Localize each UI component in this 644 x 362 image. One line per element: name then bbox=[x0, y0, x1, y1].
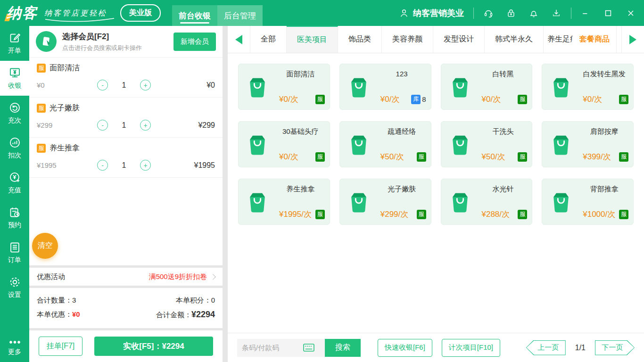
service-badge: 服 bbox=[619, 152, 628, 162]
qty-plus-button[interactable]: + bbox=[140, 160, 151, 171]
product-card[interactable]: 白转黑 ¥0/次 服 bbox=[441, 64, 533, 110]
product-card[interactable]: 白发转生黑发 ¥0/次 服 bbox=[542, 64, 634, 110]
headset-icon[interactable] bbox=[483, 8, 494, 18]
product-card[interactable]: 面部清洁 ¥0/次 服 bbox=[238, 64, 330, 110]
divider bbox=[571, 8, 571, 19]
category-bar: 全部 医美项目 饰品类 美容养颜 发型设计 韩式半永久 养生足疗 套餐商品 bbox=[228, 26, 644, 53]
cart-item-name: 光子嫩肤 bbox=[50, 103, 80, 113]
maximize-icon[interactable] bbox=[603, 8, 613, 18]
shopping-bag-icon bbox=[239, 64, 276, 109]
category-scroll-right-button[interactable] bbox=[621, 26, 644, 53]
quick-cashier-button[interactable]: 快速收银[F6] bbox=[378, 339, 432, 357]
next-page-button[interactable]: 下一页 bbox=[595, 340, 635, 355]
page-indicator: 1/1 bbox=[575, 344, 586, 352]
bell-icon[interactable] bbox=[528, 8, 539, 18]
user-name: 纳客营销美业 bbox=[413, 8, 464, 19]
product-card[interactable]: 水光针 ¥288/次 服 bbox=[441, 179, 533, 225]
member-card-icon[interactable] bbox=[36, 31, 57, 52]
minimize-icon[interactable] bbox=[581, 8, 590, 18]
qty-plus-button[interactable]: + bbox=[140, 120, 151, 131]
sidebar-item-label: 预约 bbox=[8, 221, 21, 230]
select-member-button[interactable]: 选择会员[F2] 点击进行会员搜索或刷卡操作 bbox=[62, 31, 142, 52]
charge-button[interactable]: 实收[F5]：¥2294 bbox=[94, 337, 213, 356]
product-card[interactable]: 肩部按摩 ¥399/次 服 bbox=[542, 121, 634, 167]
arrow-right-icon bbox=[629, 35, 636, 44]
cart-item-total: ¥299 bbox=[198, 121, 215, 130]
product-card[interactable]: 123 ¥0/次 库 8 bbox=[339, 64, 431, 110]
qty-minus-button[interactable]: - bbox=[97, 160, 108, 171]
order-total: 合计金额：¥2294 bbox=[156, 307, 215, 322]
cart-items-list: 服 面部清洁 ¥0 - 1 + ¥0 服 光子嫩肤 ¥299 - 1 + ¥29… bbox=[29, 58, 223, 265]
download-icon[interactable] bbox=[551, 8, 561, 18]
tab-front-cashier[interactable]: 前台收银 bbox=[172, 5, 217, 26]
category-tab-hair-design[interactable]: 发型设计 bbox=[433, 26, 485, 53]
hold-order-button[interactable]: 挂单[F7] bbox=[39, 337, 83, 356]
tab-back-manage[interactable]: 后台管理 bbox=[217, 5, 263, 26]
clear-cart-button[interactable]: 清空 bbox=[32, 233, 58, 259]
service-badge: 服 bbox=[37, 144, 46, 153]
stock-badge: 库 bbox=[411, 95, 421, 104]
category-tab-foot-care[interactable]: 养生足疗 bbox=[544, 26, 573, 53]
product-name: 白发转生黑发 bbox=[580, 70, 628, 79]
close-icon[interactable] bbox=[626, 8, 636, 18]
keyboard-icon[interactable] bbox=[303, 344, 314, 352]
user-account[interactable]: 纳客营销美业 bbox=[399, 8, 464, 19]
select-member-subtitle: 点击进行会员搜索或刷卡操作 bbox=[62, 44, 142, 52]
cart-panel: 选择会员[F2] 点击进行会员搜索或刷卡操作 新增会员 服 面部清洁 ¥0 - … bbox=[29, 26, 223, 362]
sidebar-item-recharge-money[interactable]: 充值 bbox=[0, 165, 29, 200]
shopping-bag-icon bbox=[542, 179, 580, 224]
product-card[interactable]: 30基础头疗 ¥0/次 服 bbox=[238, 121, 330, 167]
product-card[interactable]: 养生推拿 ¥1995/次 服 bbox=[238, 179, 330, 225]
search-button[interactable]: 搜索 bbox=[325, 339, 361, 357]
promo-label: 优惠活动 bbox=[37, 272, 65, 281]
member-section: 选择会员[F2] 点击进行会员搜索或刷卡操作 新增会员 bbox=[29, 26, 223, 58]
sidebar-item-label: 充值 bbox=[8, 186, 21, 195]
barcode-input[interactable] bbox=[242, 344, 303, 352]
sidebar-item-billing[interactable]: 开单 bbox=[0, 26, 29, 61]
cart-item-unit-price: ¥1995 bbox=[37, 161, 97, 169]
order-summary: 合计数量：3 本单积分：0 本单优惠：¥0 合计金额：¥2294 bbox=[29, 288, 223, 328]
spacer bbox=[228, 235, 644, 333]
user-icon bbox=[399, 8, 409, 18]
product-card[interactable]: 疏通经络 ¥50/次 服 bbox=[339, 121, 431, 167]
category-tab-all[interactable]: 全部 bbox=[250, 26, 287, 53]
category-tab-korean-semi-permanent[interactable]: 韩式半永久 bbox=[485, 26, 544, 53]
sidebar-item-recharge-times[interactable]: 充次 bbox=[0, 96, 29, 131]
sidebar-item-label: 开单 bbox=[8, 47, 21, 55]
sidebar-item-appointment[interactable]: 预约 bbox=[0, 200, 29, 235]
order-points: 本单积分：0 bbox=[176, 293, 215, 307]
chevron-right-icon bbox=[210, 274, 216, 280]
product-grid: 面部清洁 ¥0/次 服 123 ¥0/次 库 8 bbox=[228, 53, 644, 235]
lock-icon[interactable] bbox=[506, 8, 516, 18]
shopping-bag-icon bbox=[239, 179, 276, 224]
edition-badge[interactable]: 美业版 bbox=[120, 4, 161, 22]
category-tab-beauty-care[interactable]: 美容养颜 bbox=[382, 26, 433, 53]
count-item-button[interactable]: 计次项目[F10] bbox=[442, 339, 500, 357]
sidebar-item-deduct-times[interactable]: 扣次 bbox=[0, 131, 29, 165]
product-card[interactable]: 干洗头 ¥50/次 服 bbox=[441, 121, 533, 167]
product-name: 123 bbox=[378, 70, 426, 78]
promo-row[interactable]: 优惠活动 满500送9折折扣卷 bbox=[29, 268, 223, 286]
product-card[interactable]: 光子嫩肤 ¥299/次 服 bbox=[339, 179, 431, 225]
category-scroll-left-button[interactable] bbox=[228, 26, 250, 53]
qty-plus-button[interactable]: + bbox=[140, 80, 151, 90]
service-badge: 服 bbox=[315, 210, 325, 219]
product-price: ¥0/次 bbox=[279, 151, 298, 162]
category-tab-medical-beauty[interactable]: 医美项目 bbox=[287, 26, 338, 53]
product-name: 肩部按摩 bbox=[580, 127, 628, 136]
product-price: ¥50/次 bbox=[380, 151, 404, 162]
category-tab-package-goods[interactable]: 套餐商品 bbox=[573, 26, 617, 53]
qty-minus-button[interactable]: - bbox=[97, 120, 108, 131]
add-member-button[interactable]: 新增会员 bbox=[173, 33, 216, 51]
sidebar-item-settings[interactable]: 设置 bbox=[0, 270, 29, 305]
category-tab-accessories[interactable]: 饰品类 bbox=[338, 26, 382, 53]
billing-icon bbox=[8, 32, 21, 44]
sidebar-item-cashier[interactable]: 收银 bbox=[0, 61, 29, 96]
sidebar-item-more[interactable]: 更多 bbox=[0, 333, 29, 362]
product-card[interactable]: 背部推拿 ¥1000/次 服 bbox=[542, 179, 634, 225]
total-qty: 合计数量：3 bbox=[37, 293, 76, 307]
prev-page-button[interactable]: 上一页 bbox=[526, 340, 566, 355]
sidebar-item-orders[interactable]: 订单 bbox=[0, 235, 29, 270]
pagination: 上一页 1/1 下一页 bbox=[526, 340, 635, 355]
qty-minus-button[interactable]: - bbox=[97, 80, 108, 90]
